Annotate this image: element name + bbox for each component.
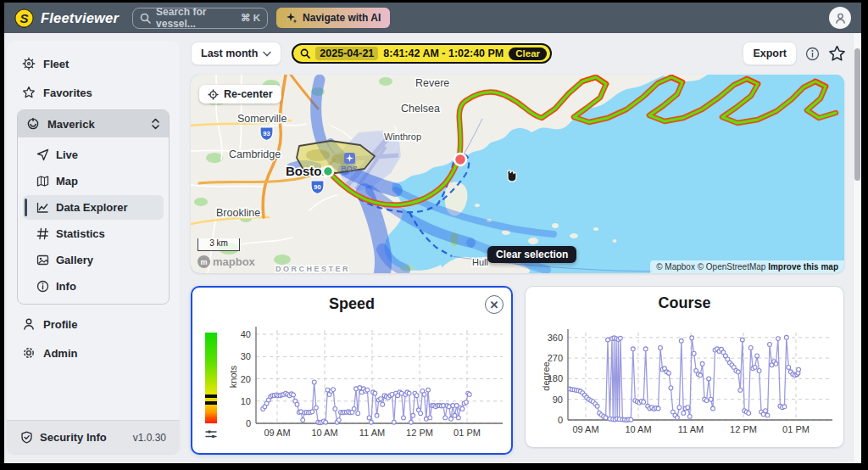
image-icon: [36, 254, 49, 266]
map-artwork: 93 90 BOS RevereChelseaSomervilleWinthro…: [191, 75, 844, 273]
svg-text:10: 10: [241, 396, 251, 406]
app-window: S Fleetviewer Search for vessel... ⌘ K N…: [4, 3, 861, 463]
sidebar-item-label: Map: [56, 175, 78, 187]
info-circle-icon[interactable]: [805, 47, 820, 61]
selected-date-badge: 2025-04-21: [315, 47, 378, 60]
page-scrollbar[interactable]: [853, 33, 861, 463]
search-filter-icon: [300, 48, 310, 59]
clear-selection-button[interactable]: Clear: [509, 48, 547, 60]
sidebar-item-profile[interactable]: Profile: [7, 310, 180, 339]
map-place-label: Cambridge: [229, 148, 281, 160]
sidebar-item-info[interactable]: Info: [23, 274, 164, 299]
track-start-marker[interactable]: [323, 166, 333, 176]
recenter-button[interactable]: Re-center: [199, 85, 281, 104]
recenter-label: Re-center: [224, 88, 273, 100]
map-place-label: Winthrop: [384, 131, 421, 142]
sidebar-footer: Security Info v1.0.30: [7, 420, 180, 454]
improve-map-link[interactable]: Improve this map: [768, 262, 838, 271]
shield-check-icon: [20, 431, 33, 444]
hash-icon: [36, 227, 49, 240]
main-content: Last month 2025-04-21 8:41:42 AM - 1:02:…: [184, 33, 849, 463]
vessel-search-input[interactable]: Search for vessel... ⌘ K: [132, 8, 268, 29]
vessel-name: Maverick: [47, 118, 143, 131]
svg-text:01 PM: 01 PM: [782, 424, 810, 434]
sparkles-icon: [286, 12, 298, 24]
sidebar-item-statistics[interactable]: Statistics: [23, 221, 164, 246]
svg-text:270: 270: [548, 353, 563, 363]
speed-chart-plot[interactable]: 01020304009 AM10 AM11 AM12 PM01 PMknots: [192, 288, 510, 452]
sidebar: Fleet Favorites Maverick Live Map: [7, 41, 180, 454]
svg-text:BOS: BOS: [341, 165, 358, 173]
time-range-dropdown[interactable]: Last month: [191, 42, 281, 65]
map-place-label: Brookline: [216, 207, 260, 219]
sidebar-item-gallery[interactable]: Gallery: [23, 248, 164, 272]
search-shortcut: ⌘ K: [241, 12, 260, 24]
svg-text:12 PM: 12 PM: [730, 424, 757, 434]
sidebar-item-label: Statistics: [56, 227, 105, 240]
sidebar-item-label: Data Explorer: [56, 201, 128, 214]
sidebar-item-live[interactable]: Live: [23, 143, 164, 167]
scrollbar-thumb[interactable]: [854, 48, 860, 181]
map-place-label: Somerville: [237, 113, 287, 125]
mapbox-logo-icon: m: [198, 255, 210, 268]
svg-text:90: 90: [314, 183, 320, 191]
sidebar-item-label: Fleet: [43, 58, 69, 70]
sidebar-item-label: Gallery: [56, 254, 93, 266]
sidebar-item-admin[interactable]: Admin: [7, 339, 180, 367]
sidebar-item-label: Profile: [43, 318, 77, 331]
svg-text:40: 40: [241, 329, 251, 339]
svg-text:11 AM: 11 AM: [678, 424, 704, 434]
crosshair-icon: [208, 89, 219, 100]
mapbox-wordmark: mapbox: [213, 255, 255, 268]
sidebar-item-label: Admin: [43, 347, 77, 360]
sidebar-item-label: Favorites: [43, 87, 92, 99]
favorite-star-icon[interactable]: [828, 45, 846, 62]
track-end-marker[interactable]: [454, 154, 466, 165]
vessel-section: Maverick Live Map Data Explorer Statisti…: [17, 109, 170, 305]
sidebar-item-label: Live: [56, 148, 78, 161]
explorer-toolbar: Last month 2025-04-21 8:41:42 AM - 1:02:…: [191, 42, 846, 65]
security-info-link[interactable]: Security Info: [40, 431, 107, 444]
sidebar-item-fleet[interactable]: Fleet: [7, 49, 180, 78]
svg-text:09 AM: 09 AM: [264, 428, 290, 438]
ship-helm-icon: [22, 57, 36, 70]
chevron-up-down-icon[interactable]: [151, 118, 160, 130]
vessel-selector-maverick[interactable]: Maverick: [18, 110, 169, 137]
svg-text:11 AM: 11 AM: [359, 428, 385, 438]
course-chart-card: Course 09018027036009 AM10 AM11 AM12 PM0…: [525, 286, 844, 448]
export-button[interactable]: Export: [743, 42, 797, 65]
navigate-with-ai-button[interactable]: Navigate with AI: [276, 8, 390, 28]
course-chart-plot[interactable]: 09018027036009 AM10 AM11 AM12 PM01 PMdeg…: [526, 287, 843, 446]
map-attribution: © Mapbox © OpenStreetMap Improve this ma…: [650, 260, 844, 273]
app-version: v1.0.30: [133, 432, 166, 444]
star-icon: [22, 86, 36, 99]
info-icon: [36, 280, 49, 293]
fleetviewer-logo-icon: S: [14, 8, 34, 28]
svg-text:360: 360: [548, 333, 563, 343]
gear-icon: [22, 346, 36, 360]
map-canvas[interactable]: 93 90 BOS RevereChelseaSomervilleWinthro…: [191, 75, 844, 273]
sidebar-item-map[interactable]: Map: [23, 169, 164, 193]
navigation-cursor-icon: [36, 148, 49, 161]
sidebar-item-favorites[interactable]: Favorites: [7, 78, 180, 107]
export-label: Export: [753, 48, 787, 59]
ai-button-label: Navigate with AI: [303, 12, 381, 24]
svg-text:10 AM: 10 AM: [625, 424, 651, 434]
svg-text:10 AM: 10 AM: [311, 428, 337, 438]
search-icon: [140, 13, 151, 24]
svg-text:0: 0: [558, 415, 563, 425]
search-placeholder: Search for vessel...: [156, 6, 236, 30]
svg-text:09 AM: 09 AM: [572, 424, 598, 434]
speed-chart-card: Speed ✕ 01020304009 AM10 AM11 AM12 PM01 …: [191, 286, 513, 455]
sidebar-item-data-explorer[interactable]: Data Explorer: [23, 195, 164, 220]
line-chart-icon: [36, 201, 49, 214]
attribution-text: © Mapbox © OpenStreetMap: [656, 262, 765, 271]
vessel-helm-icon: [26, 117, 40, 131]
mapbox-logo[interactable]: m mapbox: [198, 255, 255, 268]
svg-text:01 PM: 01 PM: [453, 428, 481, 438]
map-clear-selection-button[interactable]: Clear selection: [487, 246, 576, 263]
svg-text:knots: knots: [228, 365, 238, 388]
user-avatar-button[interactable]: [829, 7, 851, 29]
svg-text:90: 90: [553, 394, 563, 405]
selected-time-range: 8:41:42 AM - 1:02:40 PM: [383, 48, 504, 59]
